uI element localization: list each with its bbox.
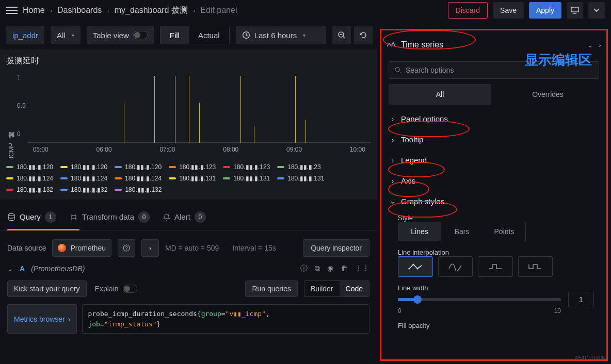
- drag-handle-icon[interactable]: ⋮⋮: [355, 264, 369, 273]
- line-interpolation-label: Line interpolation: [398, 249, 594, 256]
- y-axis-ticks: 1 0.5 0: [17, 71, 28, 138]
- eye-icon[interactable]: ◉: [327, 264, 333, 273]
- timeseries-icon: [387, 41, 396, 48]
- copy-icon[interactable]: ⧉: [315, 264, 320, 273]
- legend-label: 180.▮▮.▮.124: [125, 175, 162, 182]
- variable-ip-value[interactable]: All: [51, 26, 81, 44]
- legend-item[interactable]: 180.▮▮.▮.120: [115, 163, 162, 171]
- section-panel-options[interactable]: ›Panel options: [383, 109, 604, 128]
- legend-item[interactable]: 180.▮▮.▮.124: [6, 175, 53, 182]
- section-axis[interactable]: ›Axis: [383, 171, 604, 190]
- crumb-home[interactable]: Home: [23, 6, 45, 15]
- legend-item[interactable]: 180.▮▮.▮.132: [115, 186, 162, 193]
- trash-icon[interactable]: 🗑: [341, 264, 348, 273]
- legend-item[interactable]: 180.▮▮.▮.120: [60, 163, 107, 171]
- y-axis-label: ICMP时延: [6, 71, 17, 158]
- metrics-browser-button[interactable]: Metrics browser›: [7, 304, 77, 334]
- legend-item[interactable]: 180.▮▮.▮.131: [169, 175, 216, 182]
- legend-item[interactable]: 180.▮▮.▮.120: [6, 163, 53, 171]
- chevron-down-icon[interactable]: [588, 2, 605, 19]
- apply-button[interactable]: Apply: [529, 2, 561, 19]
- fill-button[interactable]: Fill: [160, 26, 189, 44]
- section-graph-styles[interactable]: ⌄Graph styles: [383, 191, 604, 211]
- tab-overrides[interactable]: Overrides: [496, 84, 599, 105]
- style-bars-button[interactable]: Bars: [441, 222, 483, 241]
- legend-item[interactable]: 180.▮▮.▮.132: [6, 186, 53, 193]
- style-points-button[interactable]: Points: [483, 222, 525, 241]
- legend-label: 180.▮▮.▮.▮32: [71, 186, 107, 193]
- legend-item[interactable]: 180.▮▮.▮.▮32: [60, 186, 107, 193]
- clock-icon: [242, 31, 250, 39]
- legend-item[interactable]: 180.▮▮.▮.131: [277, 175, 324, 182]
- help-icon[interactable]: ⓘ: [300, 264, 308, 273]
- builder-button[interactable]: Builder: [304, 281, 340, 296]
- interp-step-before-button[interactable]: [478, 256, 513, 277]
- tab-active-indicator: [7, 229, 79, 230]
- chart[interactable]: ICMP时延 1 0.5 0 05:0006:00 07:0008:00 09:…: [6, 71, 371, 158]
- tab-transform[interactable]: Transform data 0: [70, 211, 150, 223]
- legend-item[interactable]: 180.▮▮.▮.124: [60, 175, 107, 182]
- crumb-dashboard-name[interactable]: my_dashboard 拨测: [115, 5, 188, 16]
- query-inspector-button[interactable]: Query inspector: [303, 239, 369, 257]
- fill-actual-segment: Fill Actual: [160, 26, 230, 44]
- svg-text:?: ?: [125, 245, 127, 251]
- legend-swatch: [115, 177, 122, 179]
- options-pane: Time series ⌄ › 显示编辑区 Search options All…: [380, 29, 608, 361]
- line-width-value[interactable]: 1: [568, 292, 594, 307]
- legend-swatch: [115, 166, 122, 168]
- help-button[interactable]: ?: [118, 239, 135, 257]
- legend-swatch: [277, 166, 284, 168]
- zoom-out-button[interactable]: [332, 26, 351, 44]
- kick-start-button[interactable]: Kick start your query: [7, 280, 87, 297]
- panel-title: 拨测延时: [6, 56, 371, 67]
- variable-ip-addr[interactable]: ip_addr: [6, 26, 44, 44]
- legend-item[interactable]: 180.▮▮.▮.131: [223, 175, 270, 182]
- actual-button[interactable]: Actual: [189, 26, 229, 44]
- style-segment: Lines Bars Points: [398, 222, 526, 241]
- tab-all[interactable]: All: [389, 84, 491, 105]
- save-button[interactable]: Save: [493, 2, 524, 19]
- switch-off-icon[interactable]: [123, 285, 137, 293]
- legend-item[interactable]: 180.▮▮.▮.123: [223, 163, 270, 171]
- section-tooltip[interactable]: ›Tooltip: [383, 129, 604, 149]
- explain-toggle[interactable]: Explain: [95, 285, 137, 293]
- interp-linear-button[interactable]: [398, 256, 433, 277]
- query-expression-input[interactable]: probe_icmp_duration_seconds{group="v▮▮_i…: [82, 304, 369, 334]
- legend-label: 180.▮▮.▮.123: [179, 163, 216, 171]
- legend-swatch: [223, 177, 230, 179]
- section-legend[interactable]: ›Legend: [383, 150, 604, 170]
- menu-icon[interactable]: [6, 7, 18, 14]
- run-queries-button[interactable]: Run queries: [245, 280, 298, 297]
- search-icon: [394, 67, 401, 74]
- plot-area[interactable]: 05:0006:00 07:0008:00 09:0010:00: [28, 71, 371, 153]
- style-lines-button[interactable]: Lines: [398, 222, 441, 241]
- legend-label: 180.▮▮.▮.131: [287, 175, 324, 182]
- datasource-picker[interactable]: Prometheu: [52, 239, 111, 257]
- legend-label: 180.▮▮.▮.124: [17, 175, 53, 182]
- refresh-button[interactable]: [354, 26, 373, 44]
- chevron-down-icon[interactable]: ⌄: [7, 264, 13, 273]
- table-view-toggle[interactable]: Table view: [87, 26, 154, 44]
- chevron-right-icon: ›: [68, 315, 71, 323]
- chevron-down-icon[interactable]: ⌄: [587, 41, 593, 49]
- tab-alert[interactable]: Alert 0: [163, 211, 206, 223]
- bell-icon: [163, 213, 170, 221]
- legend-item[interactable]: 180.▮▮.▮.124: [115, 175, 162, 182]
- interp-step-after-button[interactable]: [518, 256, 553, 277]
- expand-options-button[interactable]: ›: [141, 239, 159, 257]
- discard-button[interactable]: Discard: [448, 2, 488, 19]
- monitor-icon[interactable]: [567, 2, 583, 19]
- legend-label: 180.▮▮.▮.132: [125, 186, 162, 193]
- legend-swatch: [6, 189, 13, 191]
- chevron-down-icon: ⌄: [390, 196, 396, 206]
- crumb-dashboards[interactable]: Dashboards: [57, 6, 102, 15]
- code-button[interactable]: Code: [340, 281, 369, 296]
- chevron-right-icon[interactable]: ›: [599, 41, 601, 49]
- interp-smooth-button[interactable]: [438, 256, 473, 277]
- legend-item[interactable]: 180.▮▮.▮.23: [277, 163, 320, 171]
- legend-item[interactable]: 180.▮▮.▮.123: [169, 163, 216, 171]
- tab-query[interactable]: Query 1: [7, 211, 56, 223]
- switch-off-icon[interactable]: [133, 31, 148, 39]
- time-range-picker[interactable]: Last 6 hours: [236, 26, 326, 44]
- line-width-slider[interactable]: [398, 298, 561, 301]
